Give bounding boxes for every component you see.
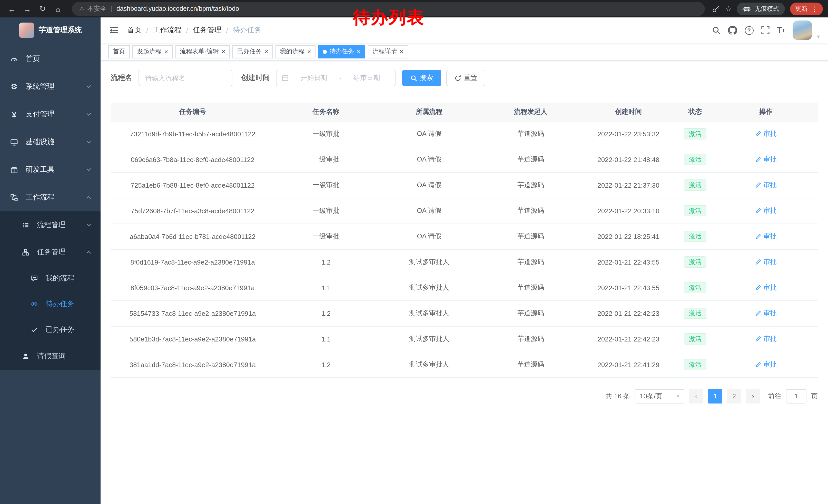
tab-process-detail[interactable]: 流程详情× [368,45,408,58]
sidebar-item-system[interactable]: ⚙ 系统管理 [0,73,100,100]
approve-link[interactable]: 审批 [755,206,777,215]
status-badge: 激活 [684,205,706,216]
close-icon[interactable]: × [264,48,268,55]
bookmark-star-icon[interactable]: ☆ [725,5,732,13]
breadcrumb-workflow[interactable]: 工作流程 [153,26,181,35]
status-badge: 激活 [684,333,706,345]
tab-todo-task[interactable]: 待办任务× [318,45,365,58]
close-icon[interactable]: × [164,48,168,55]
browser-menu-icon[interactable]: ⋮ [811,5,818,12]
update-button[interactable]: 更新 ⋮ [790,2,823,15]
process-name-input[interactable] [138,70,233,86]
page-button-1[interactable]: 1 [708,389,722,403]
approve-link[interactable]: 审批 [755,309,777,318]
cell-process: OA 请假 [378,198,481,224]
breadcrumb-task-mgmt[interactable]: 任务管理 [193,26,222,35]
approve-link[interactable]: 审批 [755,360,777,369]
tab-home[interactable]: 首页 [108,45,130,58]
screen: 待办列表 ← → ↻ ⌂ ⚠ 不安全 | dashboard.yudao.ioc… [0,0,828,504]
sidebar-item-devtools[interactable]: 研发工具 [0,156,100,184]
col-task-id: 任务编号 [111,102,275,121]
back-icon[interactable]: ← [5,2,18,15]
not-secure-chip[interactable]: ⚠ 不安全 [79,4,107,13]
chat-icon [29,275,39,282]
url-text: dashboard.yudao.iocoder.cn/bpm/task/todo [117,5,239,12]
tab-done-task[interactable]: 已办任务× [233,45,273,58]
sidebar-item-home[interactable]: 首页 [0,45,100,73]
person-icon [20,353,30,360]
sidebar-item-process-mgmt[interactable]: 流程管理 [0,211,100,238]
approve-link[interactable]: 审批 [755,334,777,343]
approve-link[interactable]: 审批 [755,180,777,190]
breadcrumb-separator: / [146,26,148,34]
table-row: 58154733-7ac8-11ec-a9e2-a2380e71991a 1.2… [111,301,818,326]
cell-status: 激活 [676,326,714,352]
incognito-label: 无痕模式 [755,4,779,13]
reset-button[interactable]: 重置 [446,70,485,86]
approve-link[interactable]: 审批 [755,155,777,164]
breadcrumb-home[interactable]: 首页 [127,26,141,35]
sidebar-item-label: 流程管理 [37,220,66,229]
search-icon[interactable] [712,26,720,34]
col-created-time: 创建时间 [581,102,676,121]
approve-link[interactable]: 审批 [755,283,777,292]
browser-actions: ☆ 无痕模式 更新 ⋮ [712,2,823,15]
table-row: 381aa1dd-7ac8-11ec-a9e2-a2380e71991a 1.2… [111,352,818,377]
cell-task-name: 一级审批 [275,172,378,198]
fullscreen-icon[interactable] [761,26,769,34]
sidebar-item-workflow[interactable]: 工作流程 [0,184,100,211]
status-badge: 激活 [684,256,706,268]
reload-icon[interactable]: ↻ [36,2,49,15]
cell-created-time: 2022-01-21 22:41:29 [581,352,676,377]
edit-icon [755,336,761,342]
status-badge: 激活 [684,308,706,319]
app-logo-image [19,22,34,38]
caret-down-icon[interactable]: ▾ [817,33,820,40]
help-icon[interactable]: ? [745,26,753,35]
close-icon[interactable]: × [357,48,361,55]
date-range-picker[interactable]: 开始日期 - 结束日期 [276,70,396,86]
tab-process-form-edit[interactable]: 流程表单-编辑× [175,45,230,58]
breadcrumb-current: 待办任务 [233,26,261,35]
cell-created-time: 2022-01-22 20:33:10 [581,198,676,224]
cell-action: 审批 [714,121,818,147]
cell-status: 激活 [676,249,714,275]
next-page-button[interactable]: › [746,389,760,403]
edit-icon [755,362,761,368]
search-button[interactable]: 搜索 [402,70,441,86]
sidebar-item-done-task[interactable]: 已办任务 [0,317,100,342]
sidebar-item-infra[interactable]: 基础设施 [0,128,100,156]
sidebar-item-task-mgmt[interactable]: 任务管理 [0,238,100,266]
avatar[interactable] [793,20,812,40]
page-unit-label: 页 [811,392,818,401]
col-action: 操作 [714,102,818,121]
cell-task-name: 一级审批 [275,121,378,147]
hamburger-icon[interactable] [109,25,119,35]
tab-start-process[interactable]: 发起流程× [132,45,173,58]
github-icon[interactable] [728,26,737,35]
page-button-2[interactable]: 2 [727,389,741,403]
page-size-select[interactable]: 10条/页 ▾ [634,389,685,403]
cell-process: 测试多审批人 [378,301,481,326]
sidebar-item-todo-task[interactable]: 待办任务 [0,291,100,317]
sidebar-item-leave-query[interactable]: 请假查询 [0,342,100,370]
goto-page-input[interactable] [786,389,806,403]
sidebar-item-payment[interactable]: ¥ 支付管理 [0,100,100,128]
close-icon[interactable]: × [221,48,225,55]
tab-my-process[interactable]: 我的流程× [276,45,316,58]
close-icon[interactable]: × [400,48,404,55]
font-size-icon[interactable]: TT [777,26,785,35]
prev-page-button[interactable]: ‹ [689,389,703,403]
approve-link[interactable]: 审批 [755,258,777,267]
cell-task-name: 一级审批 [275,224,378,249]
sidebar-item-my-process[interactable]: 我的流程 [0,266,100,291]
approve-link[interactable]: 审批 [755,232,777,241]
close-icon[interactable]: × [307,48,311,55]
key-icon[interactable] [712,5,720,12]
forward-icon[interactable]: → [20,2,34,15]
app-logo[interactable]: 芋道管理系统 [0,17,100,43]
home-icon[interactable]: ⌂ [51,2,65,15]
cell-process: 测试多审批人 [378,275,481,301]
cell-action: 审批 [714,147,818,172]
approve-link[interactable]: 审批 [755,129,777,138]
